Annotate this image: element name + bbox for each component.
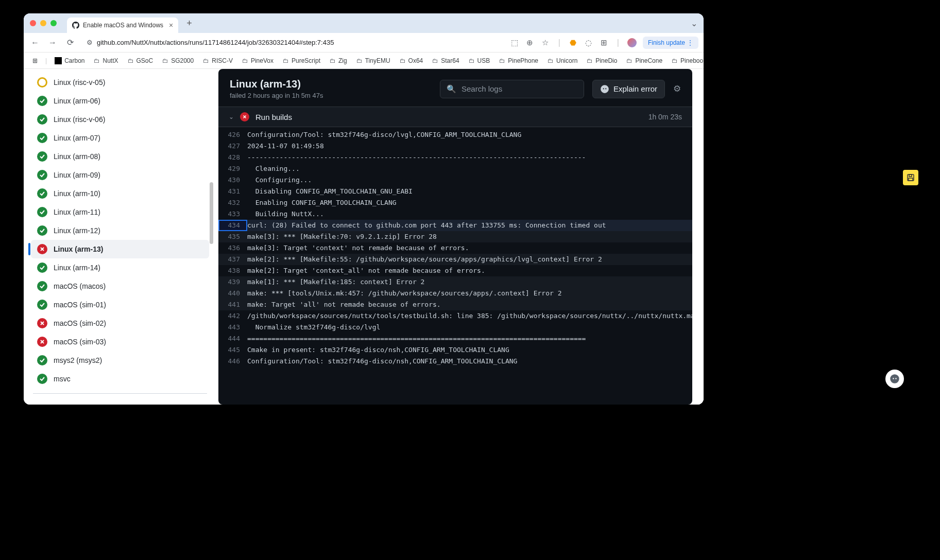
log-line[interactable]: 426Configuration/Tool: stm32f746g-disco/… — [218, 129, 692, 141]
log-line[interactable]: 429 Cleaning... — [218, 163, 692, 174]
close-tab-icon[interactable]: × — [169, 21, 173, 29]
bookmark-item[interactable]: 🗀Unicorn — [544, 56, 581, 66]
bookmark-item[interactable]: 🗀Star64 — [429, 56, 463, 66]
new-tab-button[interactable]: + — [182, 16, 196, 31]
log-line[interactable]: 430 Configuring... — [218, 174, 692, 186]
line-text: make: *** [tools/Unix.mk:457: /github/wo… — [247, 288, 692, 299]
sidebar-job-item[interactable]: Linux (arm-12) — [31, 221, 209, 240]
extension-icon-1[interactable]: ⬣ — [569, 38, 578, 47]
scrollbar-thumb[interactable] — [210, 182, 213, 244]
job-label: Linux (arm-14) — [54, 264, 100, 272]
log-output[interactable]: 426Configuration/Tool: stm32f746g-disco/… — [218, 127, 692, 405]
extension-icon-2[interactable]: ◌ — [584, 38, 593, 47]
bookmark-item[interactable]: 🗀GSoC — [124, 56, 157, 66]
line-number: 445 — [218, 344, 247, 356]
line-number: 436 — [218, 242, 247, 254]
log-line[interactable]: 444=====================================… — [218, 333, 692, 344]
url-box[interactable]: ⚙ github.com/NuttX/nuttx/actions/runs/11… — [81, 36, 505, 50]
log-line[interactable]: 445Cmake in present: stm32f746g-disco/ns… — [218, 344, 692, 356]
log-line[interactable]: 4272024-11-07 01:49:58 — [218, 141, 692, 152]
log-line[interactable]: 431 Disabling CONFIG_ARM_TOOLCHAIN_GNU_E… — [218, 186, 692, 197]
log-line[interactable]: 439make[1]: *** [Makefile:185: context] … — [218, 276, 692, 288]
bookmark-item[interactable]: 🗀Ox64 — [396, 56, 427, 66]
bookmark-item[interactable]: 🗀RISC-V — [199, 56, 236, 66]
sidebar-job-item[interactable]: macOS (sim-02) — [31, 314, 209, 332]
extensions-icon[interactable]: ⊞ — [600, 38, 609, 47]
copilot-icon — [600, 84, 609, 94]
log-line[interactable]: 428-------------------------------------… — [218, 152, 692, 163]
log-line[interactable]: 443 Normalize stm32f746g-disco/lvgl — [218, 322, 692, 333]
sidebar-job-item[interactable]: macOS (macos) — [31, 277, 209, 295]
line-number: 439 — [218, 276, 247, 288]
log-line[interactable]: 446Configuration/Tool: stm32f746g-disco/… — [218, 356, 692, 367]
sidebar-job-item[interactable]: macOS (sim-03) — [31, 332, 209, 351]
bookmark-item[interactable]: 🗀SG2000 — [159, 56, 197, 66]
forward-button[interactable]: → — [46, 37, 59, 49]
line-text: curl: (28) Failed to connect to github.c… — [247, 220, 692, 231]
log-line[interactable]: 435make[3]: *** [Makefile:70: v9.2.1.zip… — [218, 231, 692, 242]
bookmark-item[interactable]: 🗀TinyEMU — [353, 56, 394, 66]
sidebar-job-item[interactable]: Linux (risc-v-06) — [31, 110, 209, 129]
log-line[interactable]: 432 Enabling CONFIG_ARM_TOOLCHAIN_CLANG — [218, 197, 692, 208]
bookmark-item[interactable]: 🗀Pinebook — [668, 56, 704, 66]
line-text: Configuring... — [247, 174, 692, 186]
line-text: make[2]: *** [Makefile:55: /github/works… — [247, 254, 692, 265]
log-line[interactable]: 442/github/workspace/sources/nuttx/tools… — [218, 310, 692, 322]
sidebar-job-item[interactable]: Linux (arm-08) — [31, 147, 209, 166]
sidebar-job-item[interactable]: Linux (arm-07) — [31, 129, 209, 147]
log-line[interactable]: 438make[2]: Target 'context_all' not rem… — [218, 265, 692, 276]
success-icon — [37, 262, 47, 273]
sidebar-job-item[interactable]: Linux (arm-14) — [31, 258, 209, 277]
bookmark-item[interactable]: 🗀Zig — [326, 56, 351, 66]
log-line[interactable]: 437make[2]: *** [Makefile:55: /github/wo… — [218, 254, 692, 265]
line-number: 437 — [218, 254, 247, 265]
bookmark-item[interactable]: 🗀PineCone — [623, 56, 666, 66]
bookmark-item[interactable]: 🗀PureScript — [279, 56, 324, 66]
finish-update-button[interactable]: Finish update⋮ — [643, 37, 698, 49]
step-header[interactable]: ⌄ Run builds 1h 0m 23s — [218, 107, 692, 127]
line-text: /github/workspace/sources/nuttx/tools/te… — [247, 310, 692, 322]
search-logs-input[interactable]: 🔍 Search logs — [440, 80, 584, 98]
log-line[interactable]: 434curl: (28) Failed to connect to githu… — [218, 220, 692, 231]
running-icon — [37, 77, 47, 87]
sidebar-job-item[interactable]: Linux (arm-11) — [31, 203, 209, 221]
success-icon — [37, 225, 47, 236]
sidebar-divider — [33, 393, 207, 394]
zoom-icon[interactable]: ⊕ — [525, 38, 535, 47]
sidebar-job-item[interactable]: Linux (risc-v-05) — [31, 73, 209, 92]
close-window-button[interactable] — [30, 20, 36, 26]
bookmark-item[interactable]: 🗀PineDio — [583, 56, 621, 66]
line-number: 442 — [218, 310, 247, 322]
site-settings-icon[interactable]: ⚙ — [87, 39, 93, 46]
sidebar-job-item[interactable]: Linux (arm-10) — [31, 184, 209, 203]
bookmark-item[interactable]: 🗀PinePhone — [495, 56, 542, 66]
sidebar-job-item[interactable]: msvc — [31, 370, 209, 388]
sidebar-job-item[interactable]: Linux (arm-06) — [31, 92, 209, 110]
bookmark-item[interactable]: Carbon — [51, 56, 88, 66]
bookmark-item[interactable]: 🗀USB — [465, 56, 494, 66]
profile-avatar[interactable] — [627, 38, 637, 47]
line-number: 435 — [218, 231, 247, 242]
bookmark-star-icon[interactable]: ☆ — [541, 38, 550, 47]
log-line[interactable]: 433 Building NuttX... — [218, 208, 692, 220]
log-line[interactable]: 441make: Target 'all' not remade because… — [218, 299, 692, 310]
install-icon[interactable]: ⬚ — [510, 38, 519, 47]
gear-icon[interactable]: ⚙ — [673, 83, 681, 94]
browser-tab[interactable]: Enable macOS and Windows × — [67, 18, 178, 33]
log-line[interactable]: 436make[3]: Target 'context' not remade … — [218, 242, 692, 254]
back-button[interactable]: ← — [29, 37, 41, 49]
minimize-window-button[interactable] — [40, 20, 46, 26]
log-line[interactable]: 440make: *** [tools/Unix.mk:457: /github… — [218, 288, 692, 299]
sidebar-job-item[interactable]: Linux (arm-13) — [31, 240, 209, 258]
sidebar-job-item[interactable]: macOS (sim-01) — [31, 295, 209, 314]
apps-icon[interactable]: ⊞ — [29, 56, 41, 66]
sidebar-job-item[interactable]: Linux (arm-09) — [31, 166, 209, 184]
tab-overflow-icon[interactable]: ⌄ — [691, 19, 697, 28]
success-icon — [37, 188, 47, 199]
explain-error-button[interactable]: Explain error — [592, 80, 665, 98]
sidebar-job-item[interactable]: msys2 (msys2) — [31, 351, 209, 370]
bookmark-item[interactable]: 🗀PineVox — [238, 56, 277, 66]
bookmark-item[interactable]: 🗀NuttX — [90, 56, 122, 66]
reload-button[interactable]: ⟳ — [64, 37, 76, 49]
maximize-window-button[interactable] — [50, 20, 57, 26]
